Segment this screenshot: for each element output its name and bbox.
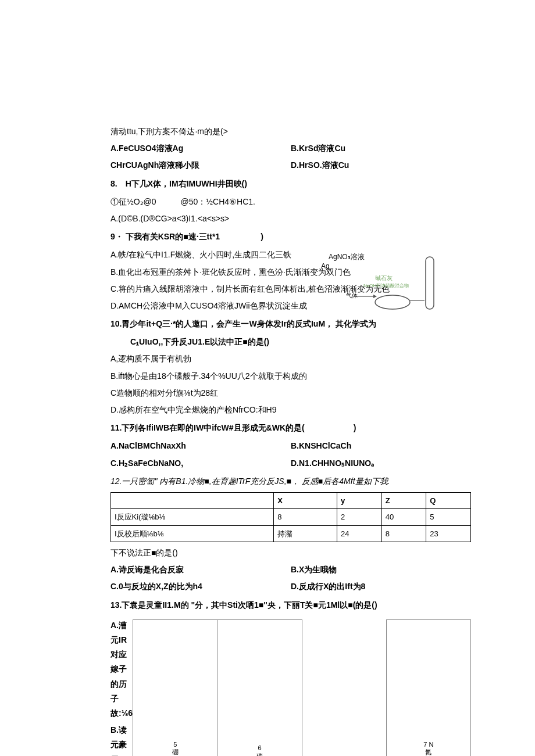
label-agno3: AgNO₃溶液 [329,253,365,261]
q8-stem: 8. H下几X体，IM右IMUWHI井田映() [110,177,471,191]
element-cell: 5 硼 10.81 [133,619,217,756]
q12-th-3: Z [381,492,426,508]
q9-stem: 9・ 下我有关KSR的■速·三tt*1 ) [110,230,471,244]
q7-opt-a: A.FeCUSO4溶液Ag [110,141,291,156]
q8-circled: ①征½O₂@0 @50：½CH4⑥HC1. [110,195,471,209]
svg-marker-3 [373,295,377,298]
q11-stem: 11.下列各IfiIWB在即的IW中ifcW#且形成无&WK的是( ) [110,421,471,435]
q12-table: X y Z Q I反应Ki(璇⅛b⅛ 8 2 40 5 I反校后顺⅛b⅛ 持潴 … [110,492,471,542]
q12-opt-a: A.诗反诲是化合反寂 [110,562,291,577]
q12-opt-b: B.X为生哦物 [291,562,471,577]
label-ag: Ag [321,262,330,270]
q11-opt-d: D.N1.CHHNO₅NIUNOₐ [291,456,471,471]
q10-opt-d: D.感构所在空气中完全燃烧的产检NfrCO:和H9 [110,403,471,417]
q7-opt-b: B.KrSd溶液Cu [291,141,471,156]
q13-opt-b: B.读元豪属M金区元索 [110,723,133,756]
q8-answers: A.(D©B.(D®CG>a<3)I1.<a<s>s> [110,212,471,226]
q12-opt-c: C.0与反垃的X,Z的比为h4 [110,579,291,594]
q7-opt-c: CHrCUAgNh溶液稀小限 [110,158,291,173]
element-cell: 7 N 氮 14.01 [386,619,470,756]
q12-th-2: y [337,492,382,508]
q13-opt-a: A.漕元IR对应嫁子的历子故:⅛6 [110,618,133,721]
svg-rect-1 [426,257,434,309]
q10-opt-b: B.ift物心是由18个碟般子.34个%UU八2个就取于构成的 [110,369,471,384]
q12-after: 下不说法正■的是() [110,546,471,560]
periodic-fragment: 5 硼 10.81 6 碳 7 N 氮 14.01 [133,619,471,756]
q12-opt-d: D.反成行X的出Ift为8 [291,579,471,594]
q10-opt-c: C造物顺的相对分f旗⅛t为28红 [110,386,471,400]
q10-stem2: C₁UIuO,,下升反JU1.E以法中正■的是() [122,335,471,349]
apparatus-figure: AgNO₃溶液 Ag 碱石灰 NaOH和浓硫酸混合物 气体 [320,251,436,315]
q7-stem: 清动ttu,下刑方案不倚达·m的是(> [110,124,471,139]
q12-th-4: Q [426,492,471,508]
label-alkali: 碱石灰 [375,275,393,281]
q10-stem: 10.胃少年it+Q三·*的人邀口，会产生一W身体发Ir的反式IuM， 其化学式… [110,317,471,331]
table-row: I反校后顺⅛b⅛ 持潴 24 8 23 [111,525,471,542]
label-mix: NaOH和浓硫酸混合物 [363,283,409,288]
q12-th-1: X [274,492,337,508]
q11-opt-b: B.KNSHClCaCh [291,439,471,453]
q7-opt-d: D.HrSO.溶液Cu [291,158,471,173]
q12-th-0 [111,492,274,508]
q11-opt-c: C.H₂SaFeCbNaNO, [110,456,291,471]
table-row: I反应Ki(璇⅛b⅛ 8 2 40 5 [111,509,471,525]
q10-opt-a: A,逻构质不属于有机勃 [110,352,471,366]
q11-opt-a: A.NaClBMChNaxXh [110,439,291,453]
q13-stem: 13.下袁是灵童II1.M的 "分，其中Sti次哂1■"央，下丽T关■元1Ml以… [110,598,471,612]
element-cell: 6 碳 [217,619,302,756]
svg-point-0 [375,295,410,309]
q12-stem: 12.一只密匐" 内有B1.冷物■,在育趣ITrF充分反JS,■， 反感■后各4… [110,474,471,489]
label-gas: 气体 [346,292,358,299]
